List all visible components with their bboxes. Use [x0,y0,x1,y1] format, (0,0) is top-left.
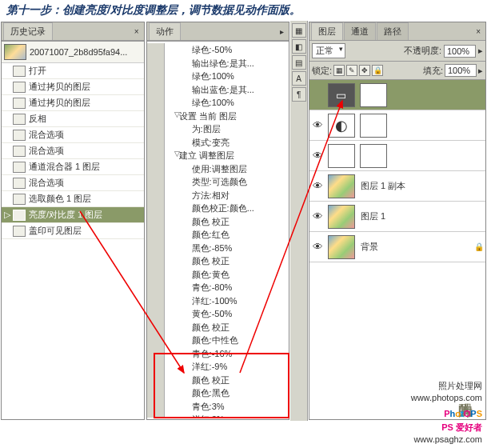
action-step[interactable]: 黄色:-50% [165,307,289,321]
history-item[interactable]: 混合选项 [2,127,144,143]
layer-name[interactable]: 背景 [357,241,473,253]
history-file-row[interactable]: 20071007_2b8d95fa94... [2,42,144,63]
lock-position-icon[interactable]: ✥ [359,65,370,76]
tab-channels[interactable]: 通道 [344,22,376,40]
tab-layers[interactable]: 图层 [311,22,343,40]
layer-name[interactable]: 图层 1 [357,210,484,222]
layer-thumb[interactable] [328,144,355,168]
history-step-label: 混合选项 [29,145,64,157]
layer-thumb[interactable] [328,205,355,229]
action-step[interactable]: 青色:-80% [165,281,289,294]
action-step[interactable]: 青色:3% [165,400,289,414]
lock-label: 锁定: [312,65,332,77]
history-step-icon [13,98,26,109]
action-step[interactable]: 颜色 校正 [165,374,289,387]
action-step[interactable]: 绿色:100% [165,70,289,83]
action-step[interactable]: 建立 调整图层 [165,149,289,162]
lock-all-icon[interactable]: 🔒 [372,65,383,76]
history-step-label: 混合选项 [29,129,64,141]
layer-thumb[interactable] [328,174,355,198]
action-step[interactable]: 为:图层 [165,122,289,136]
visibility-eye-icon[interactable]: 👁 [311,119,325,131]
history-tabs: 历史记录 × [2,22,144,41]
layer-row[interactable] [309,80,485,110]
action-step[interactable]: 颜色 校正 [165,321,289,334]
layer-row[interactable]: 👁背景🔒 [309,232,485,262]
fill-input[interactable]: 100% [445,64,477,77]
layer-thumb[interactable] [328,83,355,107]
layer-mask-thumb[interactable] [360,83,387,107]
action-step[interactable]: 洋红:3% [165,413,289,418]
action-step[interactable]: 设置 当前 图层 [165,110,289,123]
tab-paths[interactable]: 路径 [377,22,409,40]
visibility-eye-icon[interactable]: 👁 [311,180,325,192]
panel-menu-icon[interactable]: × [473,26,484,38]
tab-actions[interactable]: 动作 [149,22,181,40]
lock-pixels-icon[interactable]: ✎ [346,65,357,76]
visibility-eye-icon[interactable]: 👁 [311,210,325,222]
action-step[interactable]: 绿色:-50% [165,43,289,57]
action-step[interactable]: 颜色:黑色 [165,386,289,400]
layer-name[interactable]: 图层 1 副本 [357,180,484,192]
visibility-eye-icon[interactable]: 👁 [311,241,325,253]
layers-list: 👁👁👁图层 1 副本👁图层 1👁背景🔒 [309,80,485,419]
action-step[interactable]: 青色:-16% [165,347,289,361]
layer-mask-thumb[interactable] [360,144,387,168]
action-step[interactable]: 模式:变亮 [165,136,289,150]
tab-history[interactable]: 历史记录 [3,22,53,40]
panel-menu-icon[interactable]: × [131,26,142,38]
tool-swatches-icon[interactable]: ▤ [292,55,306,70]
history-step-icon [13,226,26,237]
action-step[interactable]: 洋红:-9% [165,360,289,374]
action-step[interactable]: 颜色:中性色 [165,334,289,347]
layer-row[interactable]: 👁图层 1 副本 [309,171,485,202]
lock-transparent-icon[interactable]: ▦ [333,65,345,76]
history-item[interactable]: 通道混合器 1 图层 [2,159,144,175]
action-step[interactable]: 输出绿色:是其... [165,57,289,70]
history-item[interactable]: ▷亮度/对比度 1 图层 [2,207,144,223]
tool-paragraph-icon[interactable]: ¶ [292,87,306,102]
opacity-arrow-icon[interactable]: ▸ [478,46,483,56]
tool-navigator-icon[interactable]: ▦ [292,23,306,38]
fill-arrow-icon[interactable]: ▸ [478,66,483,76]
layer-row[interactable]: 👁图层 1 [309,202,485,232]
action-step[interactable]: 类型:可选颜色 [165,175,289,189]
action-step[interactable]: 绿色:100% [165,96,289,110]
history-step-label: 通道混合器 1 图层 [29,161,100,173]
history-step-label: 打开 [29,65,46,77]
history-item[interactable]: 通过拷贝的图层 [2,95,144,111]
action-step[interactable]: 颜色校正:颜色... [165,202,289,215]
history-item[interactable]: 混合选项 [2,143,144,159]
history-item[interactable]: 选取颜色 1 图层 [2,191,144,207]
action-step[interactable]: 输出蓝色:是其... [165,83,289,97]
blend-mode-select[interactable]: 正常 [312,43,345,58]
layer-mask-thumb[interactable] [360,114,387,138]
layer-thumb[interactable] [328,235,355,259]
history-step-icon [13,178,26,189]
action-step[interactable]: 颜色 校正 [165,254,289,268]
step-title: 第十一步：创建亮度/对比度调整层，调节数据见动作面版。 [0,0,487,21]
history-item[interactable]: 通过拷贝的图层 [2,79,144,95]
action-step[interactable]: 方法:相对 [165,189,289,202]
tool-type-icon[interactable]: A [292,71,306,86]
layer-thumb[interactable] [328,114,355,138]
action-step[interactable]: 使用:调整图层 [165,162,289,176]
history-item[interactable]: 混合选项 [2,175,144,191]
layer-row[interactable]: 👁 [309,141,485,171]
tool-color-icon[interactable]: ◧ [292,39,306,54]
opacity-input[interactable]: 100% [444,45,476,58]
visibility-eye-icon[interactable]: 👁 [311,150,325,162]
action-step[interactable]: 颜色:黄色 [165,268,289,282]
action-step[interactable]: 黑色:-85% [165,242,289,255]
action-step[interactable]: 颜色:红色 [165,228,289,242]
action-step[interactable]: 颜色 校正 [165,215,289,229]
history-item[interactable]: 反相 [2,111,144,127]
actions-panel: 动作 ▸ 绿色:-50%输出绿色:是其...绿色:100%输出蓝色:是其...绿… [146,22,290,420]
action-step[interactable]: 洋红:-100% [165,294,289,308]
watermark-site-url: www.photops.com [411,392,482,403]
panel-menu-icon[interactable]: ▸ [277,26,287,38]
layer-row[interactable]: 👁 [309,110,485,141]
actions-body: 绿色:-50%输出绿色:是其...绿色:100%输出蓝色:是其...绿色:100… [147,41,289,419]
history-item[interactable]: 盖印可见图层 [2,223,144,239]
history-item[interactable]: 打开 [2,63,144,79]
